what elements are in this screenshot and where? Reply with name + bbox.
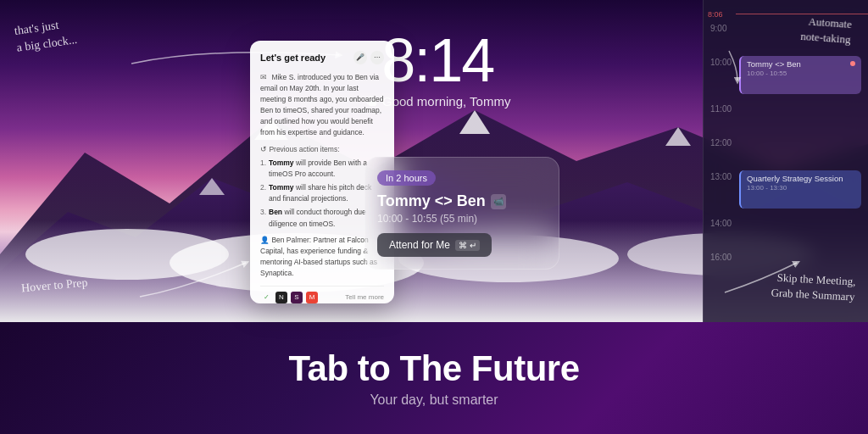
tell-more-link[interactable]: Tell me more [345, 292, 384, 303]
cal-event-strategy[interactable]: Quarterly Strategy Session 13:00 - 13:30 [739, 170, 861, 209]
refresh-icon: ↺ [260, 145, 267, 153]
meeting-card: In 2 hours Tommy <> Ben 📹 10:00 - 10:55 … [364, 157, 559, 270]
cal-slot-16: 16:00 [704, 249, 868, 283]
source-icons: ✓ N S M [260, 292, 318, 303]
email-icon: ✉ [260, 72, 267, 83]
prep-header: Let's get ready 🎤 ⋯ [260, 51, 384, 65]
sub-title: Your day, but smarter [370, 392, 498, 408]
person-icon: 👤 [260, 236, 270, 244]
keyboard-shortcut: ⌘ ↵ [455, 240, 480, 251]
prep-footer: ✓ N S M Tell me more [260, 286, 384, 303]
meeting-title: Tommy <> Ben 📹 [377, 192, 547, 210]
gmail-icon: M [306, 292, 318, 303]
time-badge: In 2 hours [377, 170, 436, 186]
prep-icon-group: 🎤 ⋯ [353, 51, 384, 64]
cal-slot-11: 11:00 [704, 101, 868, 135]
main-title: Tab to The Future [288, 348, 579, 389]
cal-slot-9: 9:00 [704, 20, 868, 54]
attend-button[interactable]: Attend for Me ⌘ ↵ [377, 233, 492, 257]
more-button[interactable]: ⋯ [370, 51, 384, 64]
mic-button[interactable]: 🎤 [353, 51, 367, 64]
slack-icon: S [291, 292, 303, 303]
time-indicator-row: 8:06 [704, 7, 868, 20]
meeting-type-icon: 📹 [491, 194, 506, 209]
notion-icon: N [275, 292, 287, 303]
cal-slot-13[interactable]: 13:00 Quarterly Strategy Session 13:00 -… [704, 169, 868, 215]
current-time-label: 8:06 [708, 10, 723, 19]
event-dot [850, 61, 855, 66]
cal-slot-14: 14:00 [704, 215, 868, 249]
check-icon: ✓ [260, 292, 272, 303]
cal-event-tommy-ben[interactable]: Tommy <> Ben 10:00 - 10:55 [739, 56, 861, 94]
meeting-time: 10:00 - 10:55 (55 min) [377, 213, 547, 225]
cal-slot-10[interactable]: 10:00 Tommy <> Ben 10:00 - 10:55 [704, 54, 868, 101]
prep-title: Let's get ready [260, 51, 326, 65]
calendar-panel: 8:06 9:00 10:00 Tommy <> Ben 10:00 - 10:… [703, 0, 868, 322]
cal-slot-12: 12:00 [704, 135, 868, 169]
bottom-section: Tab to The Future Your day, but smarter [0, 322, 868, 434]
time-line [736, 14, 868, 14]
